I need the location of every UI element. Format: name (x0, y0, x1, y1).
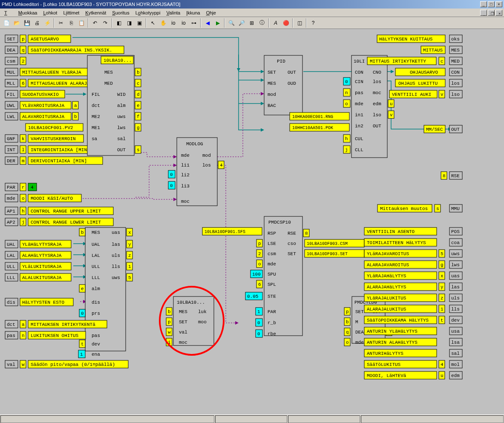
svg-text:INTEGROINTIAIKA [MIN]: INTEGROINTIAIKA [MIN] (31, 147, 90, 153)
svg-text:YLäRAJALUKITUS: YLäRAJALUKITUS (367, 296, 406, 301)
svg-text:g: g (441, 262, 444, 268)
tb-undo[interactable]: ↶ (90, 18, 100, 28)
svg-text:ANTURIHäLYTYS: ANTURIHäLYTYS (367, 351, 403, 356)
tb-new[interactable]: 📄 (2, 18, 11, 28)
svg-text:MITTAUSALUEEN ALARAJA: MITTAUSALUEEN ALARAJA (31, 81, 90, 86)
block-pid[interactable]: PID SETOUT MESOUD mod BAC (264, 55, 302, 115)
svg-text:los: los (202, 163, 211, 168)
svg-text:v: v (441, 92, 444, 97)
tb-con[interactable]: ⊶ (189, 18, 199, 28)
svg-text:6: 6 (22, 81, 25, 86)
svg-text:CONTROL RANGE UPPER LIMIT: CONTROL RANGE UPPER LIMIT (31, 209, 101, 214)
block-10li[interactable]: 10LI CONCNO 0 CINlos n pasmoc o mdeedm u… (290, 55, 394, 158)
svg-text:CON: CON (451, 70, 460, 75)
tb-t3[interactable]: ▣ (135, 18, 144, 28)
svg-text:z: z (441, 296, 444, 301)
svg-text:VAHVISTUSKERROIN: VAHVISTUSKERROIN (31, 136, 76, 141)
mdi-minimize-icon[interactable]: _ (480, 10, 487, 16)
svg-text:OUD: OUD (288, 81, 296, 86)
svg-text:u: u (390, 101, 393, 106)
svg-text:li1: li1 (181, 163, 190, 168)
tb-win[interactable]: ◫ (295, 18, 304, 28)
svg-text:DERIVOINTIAIKA [MIN]: DERIVOINTIAIKA [MIN] (31, 158, 87, 164)
menu-bar: T Muokkaa Lohkot Liittimet Kytkennät Suo… (0, 9, 504, 17)
svg-text:b: b (137, 70, 140, 75)
menu-tiedosto[interactable]: T (2, 9, 15, 16)
tb-sel[interactable]: ↖ (148, 18, 158, 28)
tb-hand[interactable]: ✋ (158, 18, 168, 28)
svg-text:0: 0 (257, 331, 260, 337)
svg-text:s: s (436, 206, 439, 211)
svg-text:b: b (81, 230, 84, 235)
tb-grid[interactable]: ⊞ (247, 18, 256, 28)
tb-color[interactable]: 🔴 (281, 18, 291, 28)
tb-refresh[interactable]: ⚡ (43, 18, 52, 28)
tb-cut[interactable]: ✂ (56, 18, 66, 28)
tb-redo[interactable]: ↷ (101, 18, 110, 28)
svg-text:TOIMILAITTEEN HäLYTYS: TOIMILAITTEEN HäLYTYS (367, 240, 426, 245)
svg-text:edm: edm (373, 101, 381, 106)
tb-t1[interactable]: ◧ (114, 18, 124, 28)
tb-paste[interactable]: 📋 (77, 18, 86, 28)
svg-text:LWL: LWL (7, 114, 15, 119)
svg-text:uas: uas (112, 230, 120, 235)
svg-text:mde: mde (7, 196, 15, 201)
tb-info[interactable]: ⓘ (257, 18, 267, 28)
block-modlog[interactable]: MODLOG mdemod li1los 4 0 li2 0 li3 moc (168, 138, 224, 206)
tb-help[interactable]: ? (308, 18, 318, 28)
tb-copy[interactable]: ⎘ (66, 18, 76, 28)
svg-text:100: 100 (252, 272, 261, 277)
svg-text:rbe: rbe (268, 331, 276, 337)
tb-z1[interactable]: 🔍 (227, 18, 236, 28)
svg-text:csm: csm (7, 59, 15, 64)
tb-print[interactable]: 🖨 (32, 18, 42, 28)
svg-text:LLL: LLL (92, 275, 100, 280)
svg-text:lws: lws (451, 262, 460, 268)
svg-text:CONTROL RANGE LOWER LIMIT: CONTROL RANGE LOWER LIMIT (31, 220, 101, 225)
block-10lba10-small[interactable]: 10LBA10... b MESluk p SETmoo w val i moc (166, 296, 214, 346)
tb-io1[interactable]: io (169, 18, 178, 28)
tb-t2[interactable]: ◨ (124, 18, 134, 28)
tb-z2[interactable]: 🔎 (237, 18, 246, 28)
svg-text:Mittauksen muutos: Mittauksen muutos (380, 206, 428, 211)
svg-text:val: val (179, 330, 187, 335)
maximize-icon[interactable]: □ (488, 1, 495, 7)
tb-open[interactable]: 📂 (12, 18, 21, 28)
svg-text:m: m (22, 158, 25, 164)
minimize-icon[interactable]: _ (480, 1, 487, 7)
menu-lohkot[interactable]: Lohkot (40, 9, 60, 16)
tb-prev[interactable]: ◀ (203, 18, 212, 28)
menu-liittimet[interactable]: Liittimet (60, 9, 82, 16)
menu-kytkennat[interactable]: Kytkennät (83, 9, 109, 16)
menu-ikkuna[interactable]: Ikkuna (184, 9, 202, 16)
svg-text:lso: lso (373, 112, 381, 118)
svg-text:las: las (451, 285, 460, 290)
left-col2: PAR r 4 mde o MOODI KäSI/AUTO AP1 h CONT… (5, 183, 113, 226)
menu-valinta[interactable]: Valinta (164, 9, 183, 16)
svg-text:usa: usa (451, 329, 460, 334)
menu-ohje[interactable]: Ohje (204, 9, 219, 16)
svg-text:SET: SET (7, 37, 15, 42)
tb-next[interactable]: ▶ (213, 18, 222, 28)
tb-io2[interactable]: io (179, 18, 188, 28)
svg-text:uws: uws (451, 251, 460, 256)
close-icon[interactable]: × (495, 1, 502, 7)
svg-text:dct: dct (7, 322, 15, 327)
svg-text:LSE: LSE (268, 241, 276, 246)
menu-muokkaa[interactable]: Muokkaa (16, 9, 40, 16)
block-10lba10-top[interactable]: 10LBA10... MES b MED c FILWID d dctalm e… (87, 55, 141, 155)
svg-text:li3: li3 (181, 184, 190, 189)
svg-marker-8 (83, 92, 86, 96)
canvas[interactable]: SET p ASETUSARVO DEA q SääTöPOIKKEAMARAJ… (0, 29, 504, 414)
block-pmdcsp10[interactable]: PMDCSP10 10LBA10DF901.SFS RSPRSE 8 p LSE… (202, 216, 364, 337)
menu-lohkotyyppi[interactable]: Lohkotyyppi (133, 9, 163, 16)
svg-text:ALALUKITUSRAJA: ALALUKITUSRAJA (22, 275, 62, 280)
mdi-close-icon[interactable]: × (495, 10, 502, 16)
tb-save[interactable]: 💾 (22, 18, 32, 28)
mdi-restore-icon[interactable]: ❐ (488, 10, 495, 16)
alarm-block[interactable]: b MESuas x UAL YLäHäLYTYSRAJA UALlas y L… (5, 227, 132, 368)
svg-text:MITTAUS: MITTAUS (423, 48, 443, 53)
menu-suoritus[interactable]: Suoritus (109, 9, 132, 16)
tb-font[interactable]: A (271, 18, 280, 28)
svg-text:w: w (168, 330, 171, 335)
